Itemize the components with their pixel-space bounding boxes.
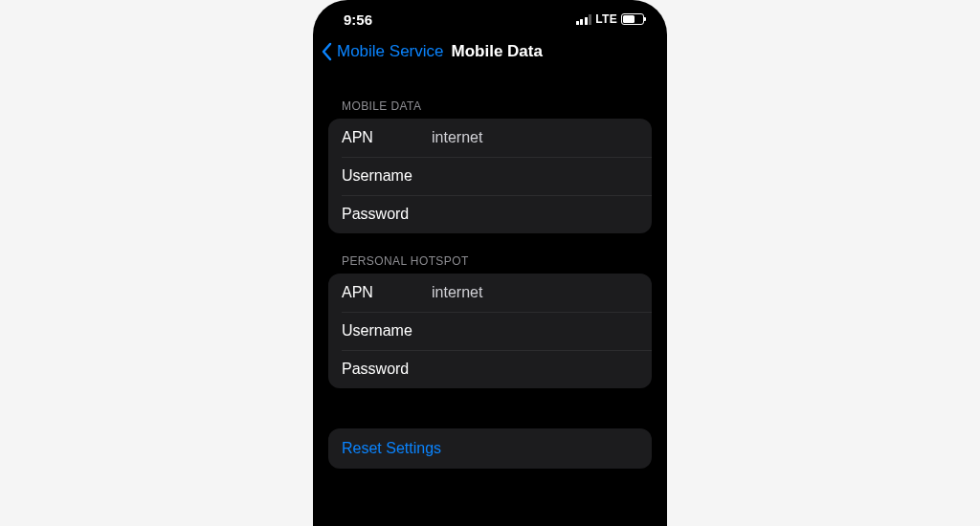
phone-frame: 9:56 LTE Mobile Service Mobile Data MOBI… [313, 0, 667, 526]
navigation-bar: Mobile Service Mobile Data [313, 31, 667, 73]
chevron-left-icon[interactable] [321, 42, 334, 61]
cell-hotspot-apn[interactable]: APN [328, 274, 652, 312]
username-field[interactable] [432, 322, 638, 340]
group-mobile-data: APN Username Password [328, 119, 652, 233]
apn-field[interactable] [432, 284, 638, 301]
password-field[interactable] [432, 206, 638, 223]
cell-hotspot-username[interactable]: Username [328, 312, 652, 350]
apn-label: APN [342, 284, 432, 301]
username-field[interactable] [432, 167, 638, 185]
content-area: MOBILE DATA APN Username Password PERSON… [313, 73, 667, 469]
network-type: LTE [595, 12, 617, 26]
cell-hotspot-password[interactable]: Password [328, 350, 652, 388]
password-label: Password [342, 206, 432, 223]
signal-icon [576, 14, 592, 25]
cell-mobile-data-apn[interactable]: APN [328, 119, 652, 157]
reset-settings-button[interactable]: Reset Settings [328, 428, 652, 469]
group-hotspot: APN Username Password [328, 274, 652, 388]
username-label: Username [342, 167, 432, 185]
status-time: 9:56 [344, 11, 372, 28]
battery-icon [621, 13, 644, 25]
apn-label: APN [342, 129, 432, 146]
apn-field[interactable] [432, 129, 638, 146]
cell-mobile-data-password[interactable]: Password [328, 195, 652, 233]
action-group: Reset Settings [328, 428, 652, 469]
cell-mobile-data-username[interactable]: Username [328, 157, 652, 195]
password-field[interactable] [432, 361, 638, 378]
section-header-hotspot: PERSONAL HOTSPOT [328, 233, 652, 274]
page-title: Mobile Data [452, 42, 543, 61]
status-indicators: LTE [576, 12, 644, 26]
status-bar: 9:56 LTE [313, 0, 667, 31]
back-button[interactable]: Mobile Service [337, 42, 444, 61]
section-header-mobile-data: MOBILE DATA [328, 73, 652, 119]
username-label: Username [342, 322, 432, 340]
password-label: Password [342, 361, 432, 378]
